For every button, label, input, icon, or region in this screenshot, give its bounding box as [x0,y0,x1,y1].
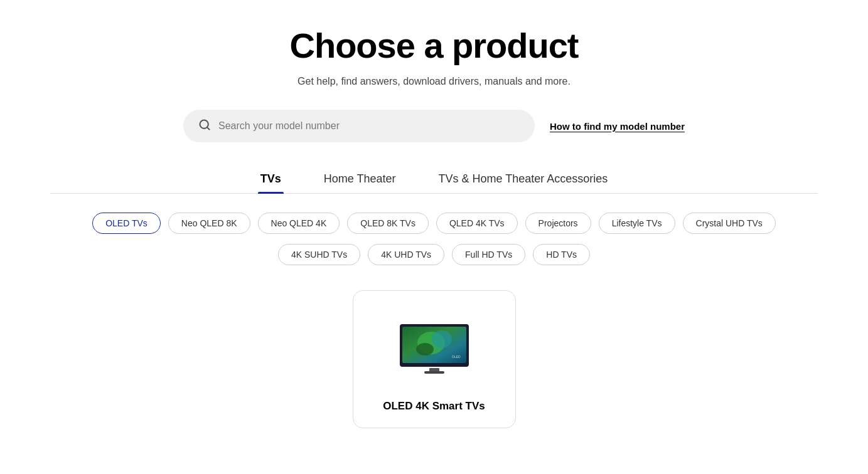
filter-qled-4k-tvs[interactable]: QLED 4K TVs [436,213,518,234]
search-row: How to find my model number [50,110,818,142]
svg-text:OLED: OLED [452,355,461,359]
svg-line-1 [207,127,210,130]
filter-oled-tvs[interactable]: OLED TVs [92,213,161,234]
product-image-tv: OLED [397,319,472,376]
filter-4k-uhd-tvs[interactable]: 4K UHD TVs [368,244,444,265]
product-label: OLED 4K Smart TVs [383,400,485,413]
search-icon [198,118,211,134]
filter-projectors[interactable]: Projectors [525,213,591,234]
filter-neo-qled-8k[interactable]: Neo QLED 8K [168,213,250,234]
filter-pills-row2: 4K SUHD TVs 4K UHD TVs Full HD TVs HD TV… [89,244,780,265]
page-container: Choose a product Get help, find answers,… [0,0,868,453]
svg-point-9 [416,343,434,356]
filter-crystal-uhd-tvs[interactable]: Crystal UHD TVs [683,213,776,234]
filter-qled-8k-tvs[interactable]: QLED 8K TVs [347,213,429,234]
svg-rect-3 [424,371,444,374]
product-image-area: OLED [390,310,478,385]
search-input[interactable] [218,120,520,132]
product-card-oled-4k[interactable]: OLED OLED 4K Smart TVs [353,290,516,428]
page-title: Choose a product [289,25,578,66]
filter-lifestyle-tvs[interactable]: Lifestyle TVs [599,213,675,234]
page-subtitle: Get help, find answers, download drivers… [297,76,571,87]
svg-point-8 [432,330,452,348]
filter-pills-row1: OLED TVs Neo QLED 8K Neo QLED 4K QLED 8K… [89,213,780,234]
filter-full-hd-tvs[interactable]: Full HD TVs [452,244,525,265]
tabs-container: TVs Home Theater TVs & Home Theater Acce… [50,165,818,194]
filter-neo-qled-4k[interactable]: Neo QLED 4K [258,213,340,234]
product-grid: OLED OLED 4K Smart TVs [50,290,818,428]
filter-hd-tvs[interactable]: HD TVs [533,244,590,265]
model-number-link[interactable]: How to find my model number [550,121,685,132]
filter-4k-suhd-tvs[interactable]: 4K SUHD TVs [278,244,360,265]
tab-tvs[interactable]: TVs [258,165,284,193]
search-bar [183,110,535,142]
tab-home-theater[interactable]: Home Theater [321,165,399,193]
tab-accessories[interactable]: TVs & Home Theater Accessories [436,165,610,193]
